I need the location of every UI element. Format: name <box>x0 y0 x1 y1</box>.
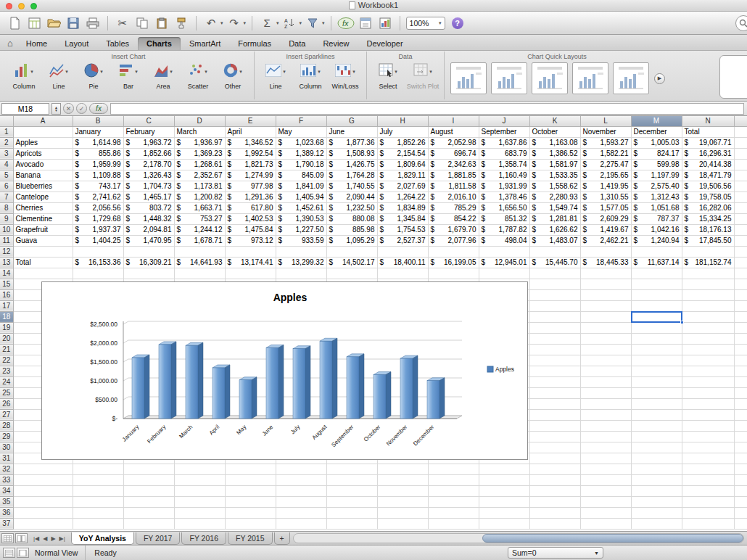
cell-K28[interactable] <box>529 420 580 431</box>
horizontal-scrollbar[interactable] <box>293 533 744 543</box>
cell-G13[interactable]: $14,502.17 <box>326 257 377 268</box>
cell-N15[interactable] <box>682 279 734 289</box>
cell-F9[interactable]: $1,390.53 <box>276 213 326 224</box>
cell-I36[interactable] <box>428 507 479 518</box>
cell-E1[interactable]: April <box>225 126 276 137</box>
cell-N2[interactable]: $19,067.71 <box>682 137 734 148</box>
cell-H37[interactable] <box>377 518 428 529</box>
cell-F5[interactable]: $845.09 <box>276 170 326 181</box>
view-mode-label[interactable]: Normal View <box>32 545 86 560</box>
cell-B4[interactable]: $1,959.99 <box>73 159 123 170</box>
row-header-19[interactable]: 19 <box>0 322 13 333</box>
cell-M23[interactable] <box>631 366 682 376</box>
formula-builder-icon[interactable] <box>357 15 374 32</box>
accept-entry-button[interactable]: ✓ <box>76 103 87 114</box>
cell-F12[interactable] <box>276 246 326 257</box>
cell-G8[interactable]: $1,232.50 <box>326 202 377 213</box>
cell-C3[interactable]: $1,852.66 <box>123 148 174 159</box>
cell-L23[interactable] <box>580 366 631 376</box>
cell-L5[interactable]: $2,195.65 <box>580 170 631 181</box>
cell-L32[interactable] <box>580 464 631 474</box>
fill-handle[interactable] <box>680 321 684 324</box>
add-sheet-button[interactable]: + <box>274 532 290 545</box>
ribbon-tab-formulas[interactable]: Formulas <box>229 37 280 50</box>
column-header-n[interactable]: N <box>682 116 734 126</box>
cell-L1[interactable]: November <box>580 126 631 137</box>
cell-B14[interactable] <box>73 268 123 279</box>
cell-K23[interactable] <box>529 366 580 376</box>
cell-G12[interactable] <box>326 246 377 257</box>
column-header-j[interactable]: J <box>479 116 529 126</box>
cell-K4[interactable]: $1,581.97 <box>529 159 580 170</box>
view-normal-icon[interactable] <box>1 533 14 543</box>
cell-E32[interactable] <box>225 464 276 474</box>
cell-E33[interactable] <box>225 474 276 485</box>
cell-D4[interactable]: $1,268.61 <box>174 159 225 170</box>
cell-L3[interactable]: $1,582.21 <box>580 148 631 159</box>
cell-H8[interactable]: $1,834.89 <box>377 202 428 213</box>
cell-H5[interactable]: $1,829.11 <box>377 170 428 181</box>
media-browser-icon[interactable] <box>376 15 394 32</box>
cell-D33[interactable] <box>174 474 225 485</box>
cell-G3[interactable]: $1,508.93 <box>326 148 377 159</box>
cell-A9[interactable]: Clementine <box>13 213 73 224</box>
cell-I5[interactable]: $1,881.85 <box>428 170 479 181</box>
ribbon-tab-developer[interactable]: Developer <box>358 37 411 50</box>
cell-F10[interactable]: $1,227.50 <box>276 224 326 235</box>
row-header-27[interactable]: 27 <box>0 409 13 420</box>
cell-L26[interactable] <box>580 398 631 409</box>
cell-B8[interactable]: $2,056.56 <box>73 202 123 213</box>
cell-N13[interactable]: $181,152.74 <box>682 257 734 268</box>
cell-C9[interactable]: $1,448.32 <box>123 213 174 224</box>
cell-L22[interactable] <box>580 355 631 366</box>
row-header-20[interactable]: 20 <box>0 333 13 344</box>
autosum-button[interactable]: Σ <box>258 15 276 32</box>
cell-M26[interactable] <box>631 398 682 409</box>
cell-D1[interactable]: March <box>174 126 225 137</box>
cell-L31[interactable] <box>580 453 631 464</box>
cell-L25[interactable] <box>580 387 631 398</box>
cell-N31[interactable] <box>682 453 734 464</box>
cell-E8[interactable]: $617.80 <box>225 202 276 213</box>
cell-D14[interactable] <box>174 268 225 279</box>
cell-B35[interactable] <box>73 496 123 507</box>
cell-K30[interactable] <box>529 442 580 453</box>
row-header-28[interactable]: 28 <box>0 420 13 431</box>
cell-A32[interactable] <box>13 464 73 474</box>
row-header-2[interactable]: 2 <box>0 137 13 148</box>
cell-N16[interactable] <box>682 289 734 300</box>
cell-M24[interactable] <box>631 376 682 387</box>
cell-J12[interactable] <box>479 246 529 257</box>
cell-G9[interactable]: $880.08 <box>326 213 377 224</box>
row-header-18[interactable]: 18 <box>0 311 13 322</box>
cell-I12[interactable] <box>428 246 479 257</box>
cell-C4[interactable]: $2,178.70 <box>123 159 174 170</box>
column-header-m[interactable]: M <box>631 116 682 126</box>
ribbon-tab-home[interactable]: Home <box>17 37 56 50</box>
cell-M20[interactable] <box>631 333 682 344</box>
cell-N36[interactable] <box>682 507 734 518</box>
cell-C8[interactable]: $803.72 <box>123 202 174 213</box>
cell-K9[interactable]: $1,281.81 <box>529 213 580 224</box>
cell-D9[interactable]: $753.27 <box>174 213 225 224</box>
cell-N23[interactable] <box>682 366 734 376</box>
cell-L15[interactable] <box>580 279 631 289</box>
cell-E34[interactable] <box>225 485 276 496</box>
cell-F11[interactable]: $933.59 <box>276 235 326 246</box>
row-header-7[interactable]: 7 <box>0 192 13 202</box>
cell-M32[interactable] <box>631 464 682 474</box>
cell-B37[interactable] <box>73 518 123 529</box>
cell-M21[interactable] <box>631 344 682 355</box>
cell-L13[interactable]: $18,445.33 <box>580 257 631 268</box>
cell-G1[interactable]: June <box>326 126 377 137</box>
undo-menu-caret[interactable]: ▾ <box>220 20 223 26</box>
embedded-chart[interactable]: Apples$-$500.00$1,000.00$1,500.00$2,000.… <box>41 281 528 460</box>
cell-M29[interactable] <box>631 431 682 442</box>
cell-N22[interactable] <box>682 355 734 366</box>
cell-B10[interactable]: $1,937.37 <box>73 224 123 235</box>
name-box-stepper[interactable]: ▲▼ <box>51 103 61 115</box>
cell-L37[interactable] <box>580 518 631 529</box>
cell-H33[interactable] <box>377 474 428 485</box>
column-header-c[interactable]: C <box>123 116 174 126</box>
cell-N32[interactable] <box>682 464 734 474</box>
